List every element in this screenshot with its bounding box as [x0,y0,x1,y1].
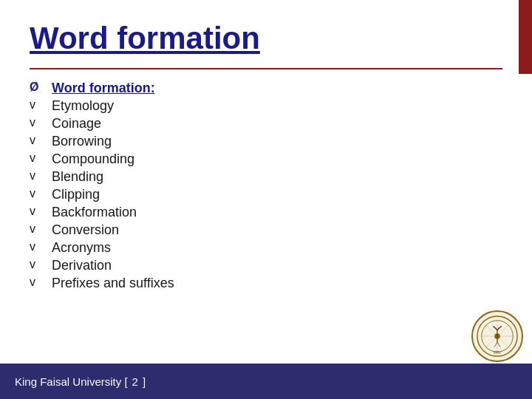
footer-bar: King Faisal University [ 2 ] [0,364,532,399]
list-item: vEtymology [30,98,502,114]
item-text: Derivation [52,258,112,273]
bullet-icon: v [30,151,52,165]
item-text: Coinage [52,116,101,132]
footer-bracket-close: ] [143,375,146,388]
list-item: vBlending [30,169,502,185]
list-item: vCoinage [30,116,502,132]
list-item: vPrefixes and suffixes [30,276,502,291]
bullet-icon: v [30,205,52,218]
university-logo: KFU [471,310,523,362]
slide-title: Word formation [30,21,502,56]
bullet-icon: v [30,116,52,129]
list-item: vCompounding [30,151,502,167]
item-text: Etymology [52,98,114,114]
content-area: Ø Word formation: vEtymologyvCoinagevBor… [0,69,532,291]
svg-text:KFU: KFU [494,351,501,355]
list-item: vAcronyms [30,240,502,256]
item-text: Clipping [52,187,100,202]
top-decorative-bar [519,0,532,74]
bullet-icon: v [30,187,52,200]
item-text-header: Word formation: [52,81,155,96]
item-text: Acronyms [52,240,111,256]
list-item: vBorrowing [30,134,502,149]
bullet-icon: v [30,276,52,289]
bullet-icon: v [30,169,52,183]
item-text: Blending [52,169,103,185]
item-text: Conversion [52,222,119,238]
item-text: Prefixes and suffixes [52,276,174,291]
bullet-icon: v [30,240,52,253]
item-text: Backformation [52,205,137,220]
item-text: Compounding [52,151,134,167]
logo-svg: KFU [476,315,519,358]
logo-circle: KFU [471,310,523,362]
list-item-header: Ø Word formation: [30,81,502,96]
item-text: Borrowing [52,134,112,149]
bullet-icon: v [30,134,52,147]
bullet-header: Ø [30,81,52,94]
footer-page-number: 2 [132,375,138,388]
bullet-icon: v [30,222,52,236]
title-area: Word formation [0,0,532,56]
list-container: vEtymologyvCoinagevBorrowingvCompounding… [30,98,502,291]
slide: Word formation Ø Word formation: vEtymol… [0,0,532,399]
footer-university-name: King Faisal University [ [15,375,128,388]
list-item: vClipping [30,187,502,202]
bullet-icon: v [30,98,52,112]
list-item: vConversion [30,222,502,238]
list-item: vDerivation [30,258,502,273]
bullet-icon: v [30,258,52,271]
list-item: vBackformation [30,205,502,220]
